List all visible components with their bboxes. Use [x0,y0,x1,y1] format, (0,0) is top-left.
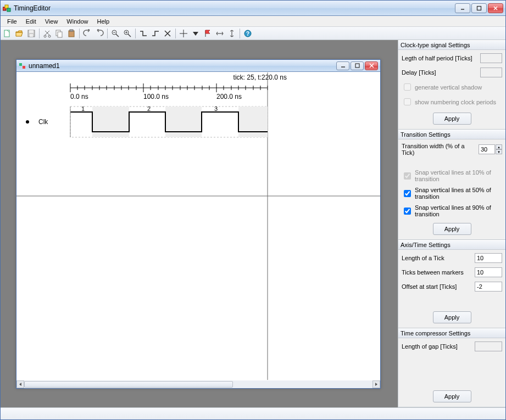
paste-icon[interactable] [66,28,77,39]
spinner-up-icon[interactable]: ▲ [496,144,502,149]
edge-rise-icon[interactable] [150,28,161,39]
period-3: 3 [214,105,218,112]
axis-label-0: 0.0 ns [70,93,88,100]
transition-apply-button[interactable]: Apply [433,223,471,235]
compressor-apply-button[interactable]: Apply [433,390,471,402]
menubar: File Edit View Window Help [1,16,505,27]
crosshair-icon[interactable] [178,28,189,39]
transition-width-input[interactable] [479,144,495,154]
transition-width-label: Transition width (% of a Tick) [402,143,476,156]
svg-rect-4 [477,6,481,10]
axis-label-1: 100.0 ns [143,93,169,100]
menu-edit[interactable]: Edit [21,17,41,26]
content-area: unnamed1 tick: 25, t:220.0 ns [1,40,505,407]
clock-apply-button[interactable]: Apply [433,113,471,125]
toolbar: ? [1,27,505,40]
separator [107,29,108,38]
separator [175,29,176,38]
chk-snap-10 [404,172,411,180]
svg-rect-15 [69,31,74,37]
svg-rect-30 [23,66,25,69]
separator [79,29,80,38]
edge-fall-icon[interactable] [138,28,149,39]
undo-icon[interactable] [82,28,93,39]
chk-numbering [404,98,411,105]
chk-shadow-label: generate vertical shadow [415,84,482,91]
axis-label-2: 200.0 ns [216,93,242,100]
svg-rect-68 [165,107,202,137]
svg-rect-14 [58,32,62,37]
svg-rect-10 [30,34,33,37]
svg-rect-67 [92,107,129,137]
ticks-markers-label: Ticks between markers [402,269,464,276]
app-title: TimingEditor [14,4,455,12]
chk-snap-50-label: Snap vertical lines at 50% of transition [415,187,502,200]
scroll-right-icon[interactable] [372,380,380,388]
menu-help[interactable]: Help [92,17,114,26]
document-icon [19,62,26,70]
menu-view[interactable]: View [41,17,63,26]
svg-point-11 [44,35,46,37]
svg-point-12 [48,35,51,37]
chk-snap-90[interactable] [404,208,411,215]
redo-icon[interactable] [94,28,105,39]
zoom-out-icon[interactable] [110,28,121,39]
spinner-down-icon[interactable]: ▼ [496,149,502,154]
main-titlebar: TimingEditor [1,1,505,16]
separator [240,29,240,38]
doc-maximize-button[interactable] [351,61,364,70]
minimize-button[interactable] [455,3,470,13]
document-title: unnamed1 [29,62,336,70]
chk-numbering-label: show numbering clock periods [415,99,496,105]
scroll-thumb[interactable] [24,381,233,388]
half-period-input [480,53,502,63]
panel-compressor: Time compressor Settings Length of gap [… [398,328,505,407]
new-icon[interactable] [2,28,13,39]
svg-rect-1 [5,5,8,8]
scroll-track[interactable] [24,380,372,388]
edge-cross-icon[interactable] [162,28,173,39]
close-button[interactable] [488,3,503,13]
doc-minimize-button[interactable] [336,61,349,70]
menu-file[interactable]: File [3,17,21,26]
chk-snap-10-label: Snap vertical lines at 10% of transition [415,169,502,182]
svg-rect-2 [7,8,10,12]
svg-rect-9 [29,30,34,33]
panel-axis: Axis/Time Settings Length of a Tick Tick… [398,240,505,328]
vresize-icon[interactable] [226,28,237,39]
ticks-markers-input[interactable] [475,267,502,277]
doc-close-button[interactable] [365,61,378,70]
menu-window[interactable]: Window [62,17,92,26]
document-window: unnamed1 tick: 25, t:220.0 ns [16,59,381,389]
flag-icon[interactable] [202,28,213,39]
zoom-in-icon[interactable] [122,28,133,39]
chk-shadow [404,83,411,91]
main-window-controls [455,3,503,13]
save-icon[interactable] [26,28,37,39]
chk-snap-90-label: Snap vertical lines at 90% of transition [415,204,502,217]
horizontal-scrollbar[interactable] [16,380,380,388]
help-icon[interactable]: ? [242,28,253,39]
chk-snap-50[interactable] [404,190,411,197]
signal-name: Clk [38,118,48,126]
separator [135,29,136,38]
copy-icon[interactable] [54,28,65,39]
hresize-icon[interactable] [214,28,225,39]
tick-length-input[interactable] [475,253,502,263]
svg-rect-16 [70,30,73,31]
offset-input[interactable] [475,282,502,292]
svg-rect-29 [19,63,22,66]
tick-length-label: Length of a Tick [402,255,444,261]
timing-diagram[interactable]: tick: 25, t:220.0 ns [16,72,380,380]
panel-transition: Transition Settings Transition width (% … [398,130,505,240]
open-icon[interactable] [14,28,25,39]
scroll-left-icon[interactable] [16,380,24,388]
gap-length-input [475,341,502,351]
document-window-controls [336,61,378,70]
axis-apply-button[interactable]: Apply [433,311,471,323]
maximize-button[interactable] [471,3,487,13]
side-panels: Clock-type signal Settings Legth of half… [398,40,505,407]
panel-clock-header: Clock-type signal Settings [398,40,505,50]
dropdown-icon[interactable] [190,28,201,39]
cut-icon[interactable] [42,28,53,39]
